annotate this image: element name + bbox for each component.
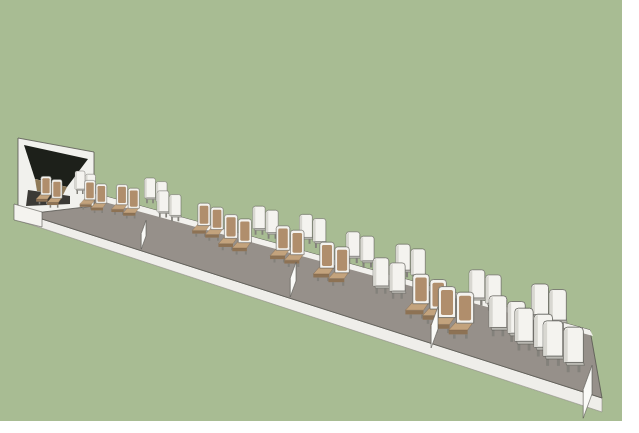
application-window	[0, 0, 639, 433]
model-viewport[interactable]	[0, 0, 639, 433]
